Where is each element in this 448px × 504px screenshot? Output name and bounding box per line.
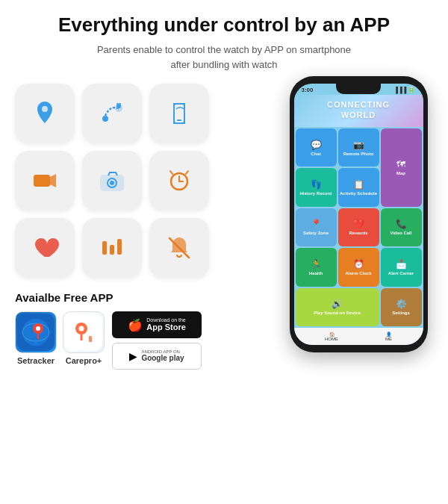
phone-tile-play-sound[interactable]: 🔊 Play Sound on Device	[296, 288, 379, 326]
app-store-row: Setracker	[15, 311, 246, 370]
safety-icon: 📍	[311, 219, 322, 229]
phone-tile-activity[interactable]: 📋 Activity Schedule	[338, 168, 379, 206]
phone-bottom-bar: 🏠 HOME 👤 ME	[294, 328, 423, 345]
chat-icon: 💬	[311, 140, 322, 150]
play-sound-label: Play Sound on Device	[314, 311, 361, 315]
me-icon: 👤	[386, 332, 391, 337]
history-icon: 👣	[311, 179, 322, 190]
chat-label: Chat	[311, 152, 320, 156]
carepro-logo	[63, 311, 105, 353]
bell-off-icon-tile	[149, 218, 209, 278]
setracker-logo-item: Setracker	[15, 311, 57, 365]
alarm-tile-icon: ⏰	[353, 259, 364, 270]
phone-nav-home[interactable]: 🏠 HOME	[325, 332, 338, 341]
remote-photo-icon: 📷	[353, 140, 364, 150]
page: Everything under control by an APP Paren…	[0, 0, 448, 504]
phone-tile-map[interactable]: 🗺 Map	[381, 128, 422, 207]
video-icon-tile	[15, 151, 75, 211]
rewards-label: Rewards	[349, 231, 367, 235]
carepro-logo-item: Carepro+	[63, 311, 105, 365]
phone-tile-health[interactable]: 🏃 Health	[296, 248, 337, 286]
phone-tile-settings[interactable]: ⚙️ Settings	[381, 288, 422, 326]
phone-header: CONNECTING WORLD	[294, 95, 423, 127]
app-logos: Setracker	[15, 311, 105, 365]
home-label: HOME	[325, 337, 338, 341]
phone-tile-alarm[interactable]: ⏰ Alarm Clock	[338, 248, 379, 286]
subtitle: Parents enable to control the watch by A…	[97, 43, 351, 72]
phone-nav-me[interactable]: 👤 ME	[385, 332, 392, 341]
svg-marker-8	[50, 174, 56, 187]
phone-tile-chat[interactable]: 💬 Chat	[296, 128, 337, 167]
bars-icon-tile	[82, 218, 142, 278]
phone-tile-alert[interactable]: 📩 Alert Center	[381, 248, 422, 286]
icon-grid	[15, 84, 246, 278]
phone-tile-rewards[interactable]: ❤️ Rewards	[338, 208, 379, 246]
map-icon: 🗺	[396, 159, 405, 169]
left-panel: Avaialbe Free APP	[15, 84, 246, 370]
settings-tile-icon: ⚙️	[396, 299, 407, 309]
home-icon: 🏠	[329, 332, 335, 337]
phone-tile-history[interactable]: 👣 History Record	[296, 168, 337, 206]
phone-container: 3:00 ▐▐▐ 🔋 CONNECTING WORLD 💬 Chat	[284, 76, 433, 352]
video-call-icon: 📞	[396, 219, 407, 229]
phone-icon-tile	[149, 84, 209, 143]
setracker-logo	[15, 311, 57, 353]
alert-icon: 📩	[396, 259, 407, 270]
phone-tile-grid: 💬 Chat 📷 Remote Photo 🗺 Map	[294, 127, 423, 328]
app-store-text: Download on the App Store	[146, 317, 186, 332]
phone-app-title-line2: WORLD	[300, 110, 417, 120]
available-title: Avaialbe Free APP	[15, 291, 246, 304]
health-icon: 🏃	[311, 259, 322, 270]
available-section: Avaialbe Free APP	[15, 291, 246, 370]
me-label: ME	[385, 337, 392, 341]
phone-tile-video-call[interactable]: 📞 Video Call	[381, 208, 422, 246]
svg-rect-17	[117, 239, 122, 255]
main-title: Everything under control by an APP	[58, 13, 390, 37]
phone-tile-safety[interactable]: 📍 Safety Zone	[296, 208, 337, 246]
phone-screen: 3:00 ▐▐▐ 🔋 CONNECTING WORLD 💬 Chat	[294, 84, 423, 345]
svg-rect-16	[110, 245, 114, 255]
svg-rect-15	[102, 241, 107, 255]
play-sound-icon: 🔊	[332, 299, 343, 309]
setracker-label: Setracker	[17, 356, 55, 365]
remote-photo-label: Remote Photo	[343, 152, 374, 156]
alarm-icon-tile	[149, 151, 209, 211]
svg-point-26	[79, 326, 84, 332]
map-route-icon-tile	[82, 84, 142, 143]
svg-point-11	[110, 181, 114, 185]
activity-label: Activity Schedule	[340, 191, 377, 196]
google-play-text: ANDROID APP ON Google play	[141, 349, 184, 363]
svg-point-3	[116, 104, 121, 108]
settings-label: Settings	[392, 311, 410, 315]
apple-icon: 🍎	[128, 318, 143, 332]
safety-label: Safety Zone	[303, 231, 329, 235]
location-icon-tile	[15, 84, 75, 143]
google-play-icon: ▶	[129, 350, 137, 362]
svg-rect-7	[34, 175, 50, 187]
svg-point-23	[36, 326, 40, 331]
camera-icon-tile	[82, 151, 142, 211]
phone: 3:00 ▐▐▐ 🔋 CONNECTING WORLD 💬 Chat	[290, 76, 428, 352]
phone-app-title-line1: CONNECTING	[300, 99, 417, 110]
history-label: History Record	[299, 191, 332, 196]
video-call-label: Video Call	[391, 231, 412, 235]
activity-icon: 📋	[353, 179, 364, 190]
heart-icon-tile	[15, 218, 75, 278]
content-row: Avaialbe Free APP	[7, 84, 441, 370]
app-store-big-label: App Store	[146, 323, 186, 332]
phone-tile-remote-photo[interactable]: 📷 Remote Photo	[338, 128, 379, 167]
carepro-label: Carepro+	[66, 356, 102, 365]
phone-signal: ▐▐▐ 🔋	[393, 87, 415, 93]
svg-point-1	[102, 116, 108, 122]
map-label: Map	[396, 171, 405, 175]
app-store-button[interactable]: 🍎 Download on the App Store	[112, 311, 202, 338]
google-play-big-label: Google play	[141, 354, 184, 363]
app-store-small-label: Download on the	[146, 317, 186, 323]
phone-time: 3:00	[302, 87, 314, 93]
health-label: Health	[309, 271, 323, 276]
store-buttons: 🍎 Download on the App Store ▶ ANDROID AP…	[112, 311, 202, 370]
svg-rect-27	[89, 336, 92, 342]
google-play-button[interactable]: ▶ ANDROID APP ON Google play	[112, 343, 202, 370]
phone-notch	[336, 84, 381, 94]
rewards-icon: ❤️	[353, 219, 364, 229]
